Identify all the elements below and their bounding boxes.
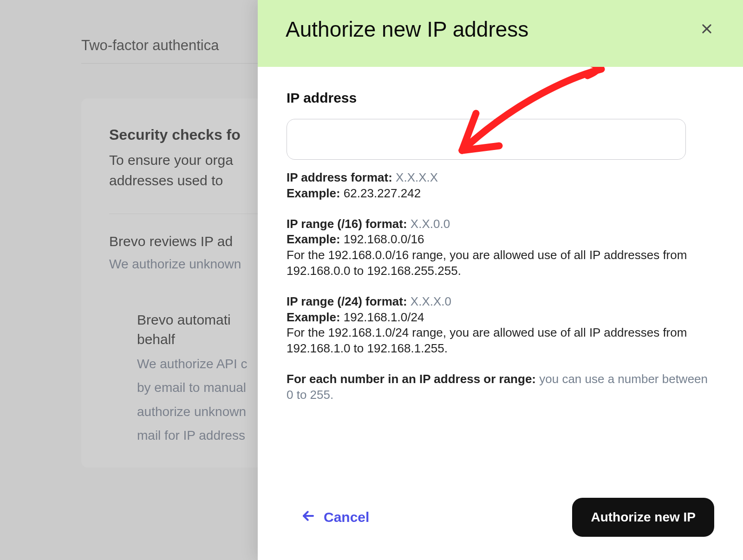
format-ip-value: X.X.X.X [396, 170, 438, 184]
format-range24-value: X.X.X.0 [411, 294, 451, 308]
example-range16-label: Example: [287, 232, 340, 246]
example-ip-value: 62.23.227.242 [344, 186, 421, 200]
ip-address-input[interactable] [287, 119, 686, 160]
help-text: IP address format: X.X.X.X Example: 62.2… [287, 170, 714, 403]
example-ip-label: Example: [287, 186, 340, 200]
cancel-button-label: Cancel [324, 509, 369, 525]
authorize-ip-button[interactable]: Authorize new IP [572, 498, 714, 537]
close-icon [700, 22, 713, 37]
format-range24-label: IP range (/24) format: [287, 294, 407, 308]
format-ip-label: IP address format: [287, 170, 392, 184]
dialog-header: Authorize new IP address [258, 0, 743, 67]
format-range16-label: IP range (/16) format: [287, 217, 407, 231]
ip-address-label: IP address [287, 90, 714, 106]
dialog-title: Authorize new IP address [286, 17, 528, 42]
example-range16-value: 192.168.0.0/16 [344, 232, 424, 246]
note-label: For each number in an IP address or rang… [287, 372, 536, 386]
example-range24-value: 192.168.1.0/24 [344, 310, 424, 324]
format-range16-value: X.X.0.0 [411, 217, 450, 231]
desc-range16: For the 192.168.0.0/16 range, you are al… [287, 247, 714, 279]
dialog-footer: Cancel Authorize new IP [258, 498, 743, 560]
cancel-button[interactable]: Cancel [287, 503, 384, 532]
desc-range24: For the 192.168.1.0/24 range, you are al… [287, 325, 714, 357]
dialog-body: IP address IP address format: X.X.X.X Ex… [258, 67, 743, 498]
example-range24-label: Example: [287, 310, 340, 324]
close-button[interactable] [698, 21, 715, 38]
authorize-ip-dialog: Authorize new IP address IP address I [258, 0, 743, 560]
arrow-left-icon [301, 509, 315, 526]
